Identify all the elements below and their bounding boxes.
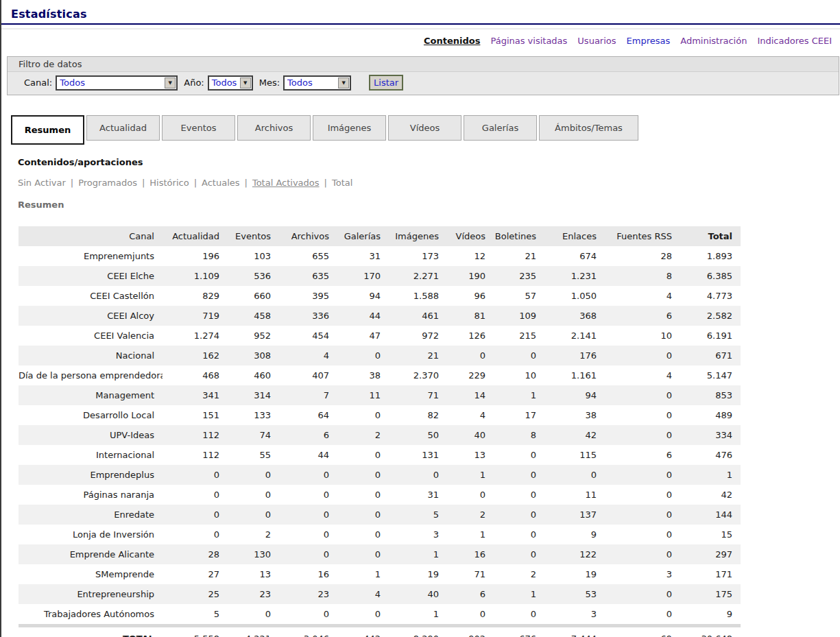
page-title: Estadísticas [11, 8, 840, 21]
value-cell: 0 [337, 505, 389, 525]
value-cell: 476 [680, 445, 741, 465]
value-cell: 162 [163, 346, 228, 365]
tab-eventos[interactable]: Eventos [162, 115, 235, 141]
selected-value: Todos [285, 77, 337, 88]
subnav-link-total[interactable]: Total [332, 178, 352, 188]
value-cell: 10 [494, 365, 544, 385]
value-cell: 1.050 [544, 286, 605, 306]
col-header-imágenes: Imágenes [389, 226, 447, 246]
table-row: Management34131471171141940853 [19, 385, 741, 405]
nav-link-indicadores-ceei[interactable]: Indicadores CEEI [757, 36, 832, 46]
filter-controls: Canal:Todos▼Año:Todos▼Mes:Todos▼Listar [8, 72, 839, 95]
tab-resumen[interactable]: Resumen [11, 115, 84, 145]
value-cell: 1.274 [163, 326, 228, 346]
subnav-link-histórico[interactable]: Histórico [149, 178, 189, 188]
value-cell: 82 [389, 405, 447, 425]
value-cell: 47 [337, 326, 389, 346]
value-cell: 21 [494, 246, 544, 266]
table-body: Emprenemjunts196103655311731221674281.89… [19, 246, 741, 626]
value-cell: 1.231 [544, 266, 605, 286]
total-value-cell: 30.648 [680, 626, 741, 637]
value-cell: 0 [337, 445, 389, 465]
value-cell: 9 [680, 604, 741, 626]
content-subnav: Sin Activar|Programados|Histórico|Actual… [18, 178, 840, 188]
value-cell: 2 [494, 564, 544, 584]
ano-select[interactable]: Todos▼ [208, 75, 253, 91]
total-value-cell: 442 [337, 626, 389, 637]
value-cell: 0 [337, 525, 389, 544]
col-header-archivos: Archivos [279, 226, 337, 246]
value-cell: 175 [680, 584, 741, 604]
value-cell: 23 [279, 584, 337, 604]
value-cell: 31 [389, 485, 447, 505]
value-cell: 115 [544, 445, 605, 465]
col-header-total: Total [680, 226, 741, 246]
value-cell: 6.385 [680, 266, 741, 286]
value-cell: 635 [279, 266, 337, 286]
tab-galerías[interactable]: Galerías [464, 115, 537, 141]
value-cell: 0 [337, 465, 389, 485]
channel-name: CEEI Elche [19, 266, 163, 286]
dropdown-arrow-icon[interactable]: ▼ [240, 77, 251, 88]
tab-ámbitos-temas[interactable]: Ámbitos/Temas [539, 115, 638, 141]
channel-name: Enredate [19, 505, 163, 525]
value-cell: 19 [389, 564, 447, 584]
value-cell: 0 [337, 405, 389, 425]
tab-actualidad[interactable]: Actualidad [86, 115, 160, 141]
nav-link-administración[interactable]: Administración [680, 36, 747, 46]
tab-archivos[interactable]: Archivos [237, 115, 311, 141]
channel-name: UPV-Ideas [19, 425, 163, 445]
value-cell: 4 [279, 346, 337, 365]
value-cell: 0 [494, 544, 544, 564]
value-cell: 336 [279, 306, 337, 326]
value-cell: 853 [680, 385, 741, 405]
title-divider [1, 23, 840, 25]
value-cell: 94 [544, 385, 605, 405]
dropdown-arrow-icon[interactable]: ▼ [338, 77, 349, 88]
listar-button[interactable]: Listar [369, 75, 403, 91]
value-cell: 341 [163, 385, 228, 405]
subnav-link-total-activados[interactable]: Total Activados [252, 178, 320, 188]
value-cell: 28 [163, 544, 228, 564]
value-cell: 0 [605, 604, 680, 626]
value-cell: 1 [447, 465, 494, 485]
value-cell: 671 [680, 346, 741, 365]
value-cell: 11 [544, 485, 605, 505]
filter-label-canal: Canal: [24, 77, 52, 88]
value-cell: 489 [680, 405, 741, 425]
value-cell: 407 [279, 365, 337, 385]
subnav-link-sin-activar[interactable]: Sin Activar [18, 178, 66, 188]
value-cell: 4.773 [680, 286, 741, 306]
nav-link-empresas[interactable]: Empresas [627, 36, 671, 46]
channel-name: Trabajadores Autónomos [19, 604, 163, 626]
subnav-link-actuales[interactable]: Actuales [202, 178, 240, 188]
tab-vídeos[interactable]: Vídeos [388, 115, 461, 141]
value-cell: 112 [163, 425, 228, 445]
value-cell: 0 [337, 485, 389, 505]
value-cell: 4 [605, 365, 680, 385]
canal-select[interactable]: Todos▼ [56, 75, 178, 91]
value-cell: 38 [544, 405, 605, 425]
nav-link-usuarios[interactable]: Usuarios [577, 36, 616, 46]
nav-link-páginas-visitadas[interactable]: Páginas visitadas [490, 36, 567, 46]
value-cell: 0 [605, 346, 680, 365]
tab-imágenes[interactable]: Imágenes [313, 115, 386, 141]
value-cell: 0 [605, 584, 680, 604]
col-header-actualidad: Actualidad [163, 226, 228, 246]
mes-select[interactable]: Todos▼ [283, 75, 351, 91]
value-cell: 44 [337, 306, 389, 326]
channel-name: Internacional [19, 445, 163, 465]
value-cell: 38 [337, 365, 389, 385]
value-cell: 6 [605, 445, 680, 465]
dropdown-arrow-icon[interactable]: ▼ [165, 77, 176, 88]
subnav-link-programados[interactable]: Programados [78, 178, 137, 188]
nav-link-contenidos[interactable]: Contenidos [424, 36, 480, 46]
value-cell: 4 [605, 286, 680, 306]
total-value-cell: 4.221 [228, 626, 279, 637]
value-cell: 57 [494, 286, 544, 306]
separator: | [324, 178, 327, 188]
value-cell: 171 [680, 564, 741, 584]
channel-name: Desarrollo Local [19, 405, 163, 425]
channel-name: Emprenemjunts [19, 246, 163, 266]
value-cell: 28 [605, 246, 680, 266]
